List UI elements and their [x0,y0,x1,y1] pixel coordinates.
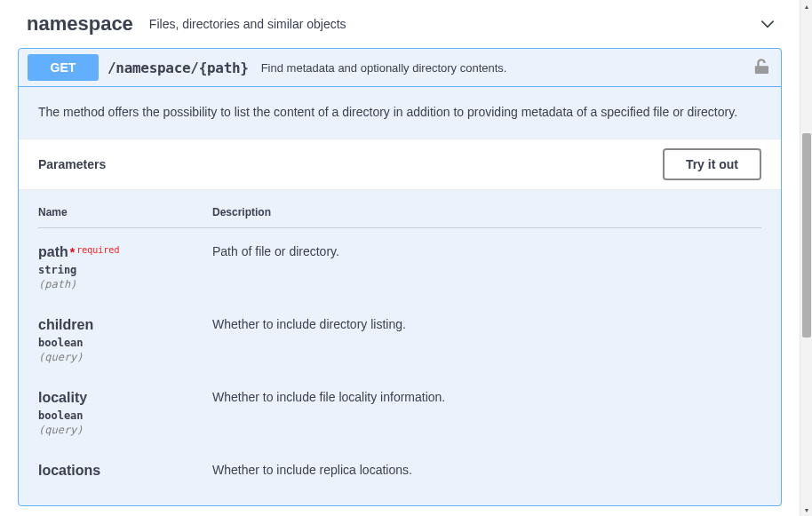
param-in: (path) [38,278,212,290]
tag-description: Files, directories and similar objects [149,17,759,31]
parameter-row: locations Whether to include replica loc… [38,463,761,479]
operation-summary: Find metadata and optionally directory c… [261,61,751,75]
operation-summary-row[interactable]: GET /namespace/{path} Find metadata and … [19,49,781,87]
vertical-scrollbar[interactable]: ▴ ▾ [800,0,812,516]
param-in: (query) [38,351,212,363]
column-header-name: Name [38,206,212,218]
param-description: Whether to include replica locations. [212,463,761,479]
try-it-out-button[interactable]: Try it out [663,148,761,180]
operation-block: GET /namespace/{path} Find metadata and … [18,48,782,506]
param-description: Whether to include file locality informa… [212,390,761,436]
scroll-up-icon[interactable]: ▴ [800,0,812,12]
param-type: string [38,264,212,276]
param-name: path [38,244,68,259]
param-name: children [38,317,212,333]
param-description: Whether to include directory listing. [212,317,761,363]
parameters-title: Parameters [38,157,106,171]
parameter-row: children boolean (query) Whether to incl… [38,317,761,363]
parameters-table: Name Description path*required string (p… [19,190,781,479]
tag-header[interactable]: namespace Files, directories and similar… [18,11,782,48]
param-name: locality [38,390,212,406]
parameter-row: locality boolean (query) Whether to incl… [38,390,761,436]
scroll-down-icon[interactable]: ▾ [800,504,812,516]
http-method-badge: GET [28,54,99,81]
param-type: boolean [38,409,212,422]
parameters-header: Parameters Try it out [19,139,781,190]
param-in: (query) [38,424,212,436]
unlock-icon [754,59,768,75]
chevron-down-icon [759,15,776,33]
param-name: locations [38,463,212,479]
param-description: Path of file or directory. [212,244,761,290]
required-label: required [75,245,119,255]
param-type: boolean [38,337,212,349]
column-header-description: Description [212,206,761,218]
parameter-row: path*required string (path) Path of file… [38,244,761,290]
auth-lock-button[interactable] [751,59,772,77]
scrollbar-thumb[interactable] [802,133,811,337]
operation-path: /namespace/{path} [107,60,249,76]
tag-name: namespace [27,12,133,36]
operation-description: The method offers the possibility to lis… [19,87,781,139]
